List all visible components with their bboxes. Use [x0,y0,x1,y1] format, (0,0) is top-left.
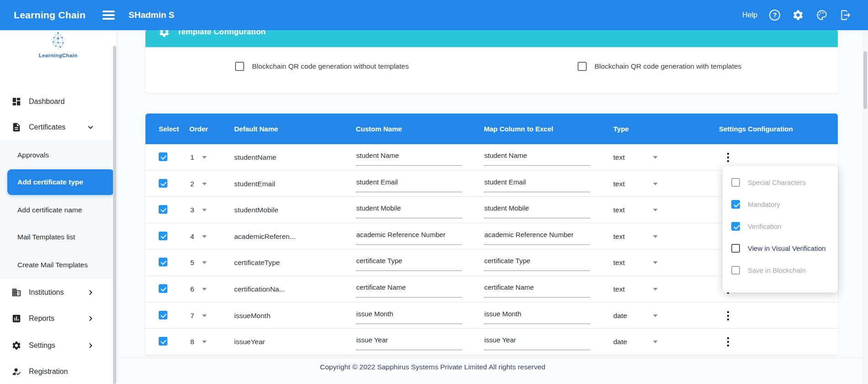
help-link[interactable]: Help [742,11,757,19]
qr-options-card: Blockchain QR code generation without te… [145,47,838,93]
popup-option-label: View in Visual Verification [748,244,825,252]
type-dropdown-caret-icon[interactable] [653,209,658,211]
sidebar-item-dashboard[interactable]: Dashboard [0,90,116,114]
row-select-checkbox[interactable] [159,311,167,319]
row-select-checkbox[interactable] [159,205,167,214]
sidebar-subitem-create-mail-templates[interactable]: Create Mail Templates [0,254,116,276]
type-select-value[interactable]: date [613,303,627,329]
custom-name-input[interactable] [356,281,462,297]
order-dropdown-caret-icon[interactable] [202,183,207,185]
map-column-input[interactable] [484,176,590,192]
order-dropdown-caret-icon[interactable] [202,209,207,211]
type-select-value[interactable]: text [613,171,625,197]
order-dropdown-caret-icon[interactable] [202,261,207,264]
logout-icon[interactable] [840,9,852,21]
custom-name-input[interactable] [356,176,462,192]
custom-name-input[interactable] [356,202,462,218]
subitem-label: Approvals [17,151,49,159]
row-settings-kebab-icon[interactable] [724,151,732,163]
sidebar-scrollbar[interactable] [113,46,116,384]
type-dropdown-caret-icon[interactable] [653,156,658,159]
type-select-value[interactable]: text [613,276,625,302]
row-select-checkbox[interactable] [159,152,167,161]
popup-option-save-in-blockchain[interactable]: Save in Blockchain [723,260,838,280]
without-templates-checkbox[interactable] [235,62,244,71]
type-dropdown-caret-icon[interactable] [653,261,658,264]
app-bar: Learning Chain SHadmin S Help ? [0,0,868,30]
popup-option-checkbox[interactable] [731,178,740,187]
row-select-checkbox[interactable] [159,284,167,293]
theme-palette-icon[interactable] [816,9,828,21]
type-select-value[interactable]: text [613,144,625,170]
logo-network-icon [48,31,69,50]
order-value[interactable]: 6 [190,276,194,302]
map-column-input[interactable] [484,334,590,350]
type-dropdown-caret-icon[interactable] [653,314,658,317]
with-templates-checkbox[interactable] [578,62,587,71]
order-dropdown-caret-icon[interactable] [202,314,207,317]
order-value[interactable]: 3 [190,197,194,223]
popup-option-checkbox[interactable] [731,200,740,209]
map-column-input[interactable] [484,281,590,297]
type-dropdown-caret-icon[interactable] [653,183,658,185]
type-select-value[interactable]: date [613,329,627,355]
map-column-input[interactable] [484,202,590,218]
order-value[interactable]: 4 [190,223,194,249]
popup-option-checkbox[interactable] [731,244,740,253]
sidebar-item-certificates[interactable]: Certificates [0,115,116,139]
sidebar-subitem-mail-templates-list[interactable]: Mail Templates list [0,226,116,248]
map-column-input[interactable] [484,308,590,324]
row-settings-kebab-icon[interactable] [724,336,732,348]
order-value[interactable]: 5 [190,249,194,276]
sidebar-subitem-add-certificate-type[interactable]: Add certificate type [7,169,114,195]
document-icon [11,122,21,132]
order-dropdown-caret-icon[interactable] [202,288,207,291]
order-dropdown-caret-icon[interactable] [202,156,207,159]
order-value[interactable]: 7 [190,303,194,329]
order-value[interactable]: 8 [190,329,194,355]
gear-icon[interactable] [792,9,804,21]
popup-option-view-in-visual-verification[interactable]: View in Visual Verification [723,238,838,258]
order-value[interactable]: 2 [190,171,194,197]
custom-name-input[interactable] [356,334,462,350]
order-value[interactable]: 1 [190,144,194,170]
sidebar-item-institutions[interactable]: Institutions [0,281,116,304]
hamburger-menu-icon[interactable] [102,10,116,21]
map-column-input[interactable] [484,254,590,271]
custom-name-input[interactable] [356,228,462,245]
row-select-checkbox[interactable] [159,179,167,188]
help-question-icon[interactable]: ? [769,10,780,21]
sidebar-item-reports[interactable]: Reports [0,307,116,330]
popup-option-mandatory[interactable]: Mandatory [723,194,838,214]
row-settings-kebab-icon[interactable] [724,310,732,322]
popup-option-checkbox[interactable] [731,222,740,231]
table-row: 8 issueYear date [145,329,838,355]
page-scrollbar[interactable] [863,30,868,384]
order-dropdown-caret-icon[interactable] [202,235,207,238]
order-dropdown-caret-icon[interactable] [202,341,207,343]
popup-option-special-characters[interactable]: Special Characters [723,172,838,192]
sidebar-subitem-add-certificate-name[interactable]: Add certificate name [0,199,116,221]
type-dropdown-caret-icon[interactable] [653,235,658,238]
popup-option-checkbox[interactable] [731,266,740,275]
row-select-checkbox[interactable] [159,337,167,346]
type-dropdown-caret-icon[interactable] [653,341,658,343]
logo-text: LearningChain [0,53,116,58]
custom-name-input[interactable] [356,254,462,271]
sidebar-item-registration[interactable]: Registration [0,360,116,384]
type-dropdown-caret-icon[interactable] [653,288,658,291]
row-select-checkbox[interactable] [159,258,167,266]
page-scrollbar-thumb[interactable] [863,51,867,109]
row-select-checkbox[interactable] [159,232,167,240]
map-column-input[interactable] [484,228,590,245]
sidebar-subitem-approvals[interactable]: Approvals [0,144,116,166]
type-select-value[interactable]: text [613,249,625,276]
popup-option-verification[interactable]: Verification [723,216,838,236]
map-column-input[interactable] [484,149,590,166]
type-select-value[interactable]: text [613,223,625,249]
custom-name-input[interactable] [356,308,462,324]
custom-name-input[interactable] [356,149,462,166]
subitem-label: Mail Templates list [17,233,75,241]
sidebar-item-settings[interactable]: Settings [0,334,116,357]
type-select-value[interactable]: text [613,197,625,223]
